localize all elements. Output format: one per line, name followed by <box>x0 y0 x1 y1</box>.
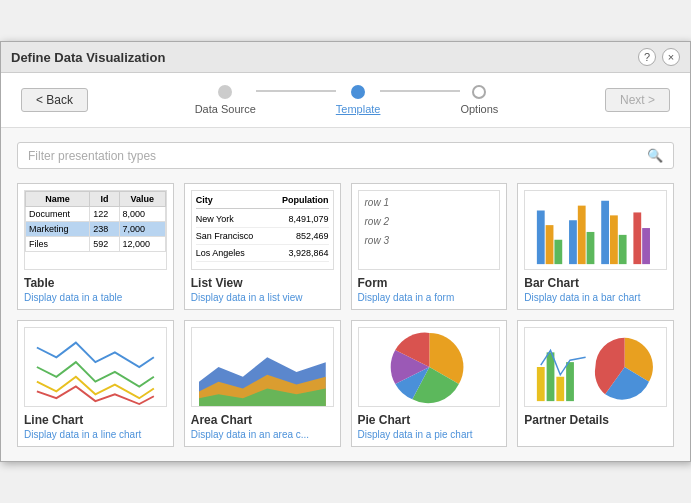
svg-rect-6 <box>601 201 609 264</box>
chart-name-pie: Pie Chart <box>358 413 501 427</box>
search-icon: 🔍 <box>647 148 663 163</box>
chart-desc-pie: Display data in a pie chart <box>358 429 501 440</box>
chart-card-bar-chart[interactable]: Bar Chart Display data in a bar chart <box>517 183 674 310</box>
svg-rect-9 <box>634 212 642 264</box>
chart-desc-table: Display data in a table <box>24 292 167 303</box>
pie-chart-svg <box>359 328 500 406</box>
table-row-selected: Marketing 238 7,000 <box>26 222 166 237</box>
close-button[interactable]: × <box>662 48 680 66</box>
col-value: Value <box>119 192 165 207</box>
chart-name-area: Area Chart <box>191 413 334 427</box>
step-template: Template <box>336 85 381 115</box>
back-button[interactable]: < Back <box>21 88 88 112</box>
pie-chart-preview <box>358 327 501 407</box>
list-item: Los Angeles3,928,864 <box>196 245 329 262</box>
chart-card-partner-details[interactable]: Partner Details <box>517 320 674 447</box>
mini-list: City Population New York8,491,079 San Fr… <box>192 191 333 266</box>
step-dot-options <box>472 85 486 99</box>
chart-name-list-view: List View <box>191 276 334 290</box>
svg-rect-4 <box>578 206 586 265</box>
svg-rect-16 <box>557 377 565 401</box>
filter-placeholder: Filter presentation types <box>28 149 156 163</box>
chart-desc-list-view: Display data in a list view <box>191 292 334 303</box>
table-preview: Name Id Value Document 122 8,000 <box>24 190 167 270</box>
chart-name-bar: Bar Chart <box>524 276 667 290</box>
dialog-title-bar: Define Data Visualization ? × <box>1 42 690 73</box>
dialog-title: Define Data Visualization <box>11 50 165 65</box>
chart-card-table[interactable]: Name Id Value Document 122 8,000 <box>17 183 174 310</box>
svg-rect-17 <box>566 362 574 401</box>
list-item: New York8,491,079 <box>196 211 329 228</box>
form-row-2: row 2 <box>365 216 494 227</box>
chart-card-pie-chart[interactable]: Pie Chart Display data in a pie chart <box>351 320 508 447</box>
step-dot-data-source <box>218 85 232 99</box>
svg-rect-5 <box>587 232 595 264</box>
svg-rect-0 <box>537 211 545 265</box>
chart-card-area-chart[interactable]: Area Chart Display data in an area c... <box>184 320 341 447</box>
area-chart-svg <box>192 328 333 406</box>
partner-details-svg <box>525 328 666 406</box>
svg-rect-10 <box>642 228 650 264</box>
line-chart-preview <box>24 327 167 407</box>
chart-desc-form: Display data in a form <box>358 292 501 303</box>
bar-chart-preview <box>524 190 667 270</box>
next-button[interactable]: Next > <box>605 88 670 112</box>
step-label-template: Template <box>336 103 381 115</box>
partner-details-preview <box>524 327 667 407</box>
chart-desc-line: Display data in a line chart <box>24 429 167 440</box>
svg-rect-2 <box>555 240 563 264</box>
mini-table: Name Id Value Document 122 8,000 <box>25 191 166 252</box>
col-id: Id <box>90 192 119 207</box>
form-preview: row 1 row 2 row 3 <box>358 190 501 270</box>
svg-rect-3 <box>569 220 577 264</box>
svg-rect-15 <box>547 352 555 401</box>
title-actions: ? × <box>638 48 680 66</box>
list-item: San Francisco852,469 <box>196 228 329 245</box>
filter-bar[interactable]: Filter presentation types 🔍 <box>17 142 674 169</box>
step-data-source: Data Source <box>195 85 256 115</box>
wizard-steps: Data Source Template Options <box>88 85 605 115</box>
line-chart-svg <box>25 328 166 406</box>
chart-name-line: Line Chart <box>24 413 167 427</box>
chart-name-partner: Partner Details <box>524 413 667 427</box>
list-header: City Population <box>196 195 329 209</box>
step-label-data-source: Data Source <box>195 103 256 115</box>
svg-rect-1 <box>546 225 554 264</box>
table-row: Document 122 8,000 <box>26 207 166 222</box>
wizard-nav: < Back Data Source Template Options Next… <box>1 73 690 128</box>
chart-grid: Name Id Value Document 122 8,000 <box>17 183 674 447</box>
col-name: Name <box>26 192 90 207</box>
chart-card-form[interactable]: row 1 row 2 row 3 Form Display data in a… <box>351 183 508 310</box>
step-options: Options <box>460 85 498 115</box>
step-line-1 <box>256 90 336 92</box>
chart-name-form: Form <box>358 276 501 290</box>
chart-card-list-view[interactable]: City Population New York8,491,079 San Fr… <box>184 183 341 310</box>
form-row-3: row 3 <box>365 235 494 246</box>
list-view-preview: City Population New York8,491,079 San Fr… <box>191 190 334 270</box>
area-chart-preview <box>191 327 334 407</box>
step-line-2 <box>380 90 460 92</box>
bar-chart-svg <box>525 191 666 269</box>
chart-card-line-chart[interactable]: Line Chart Display data in a line chart <box>17 320 174 447</box>
svg-rect-8 <box>619 235 627 264</box>
help-button[interactable]: ? <box>638 48 656 66</box>
step-dot-template <box>351 85 365 99</box>
chart-desc-bar: Display data in a bar chart <box>524 292 667 303</box>
dialog-content: Filter presentation types 🔍 Name Id Valu… <box>1 128 690 461</box>
form-row-1: row 1 <box>365 197 494 208</box>
define-data-viz-dialog: Define Data Visualization ? × < Back Dat… <box>0 41 691 462</box>
chart-desc-area: Display data in an area c... <box>191 429 334 440</box>
svg-rect-7 <box>610 215 618 264</box>
table-row: Files 592 12,000 <box>26 237 166 252</box>
svg-rect-14 <box>537 367 545 401</box>
chart-name-table: Table <box>24 276 167 290</box>
mini-form: row 1 row 2 row 3 <box>359 191 500 260</box>
step-label-options: Options <box>460 103 498 115</box>
